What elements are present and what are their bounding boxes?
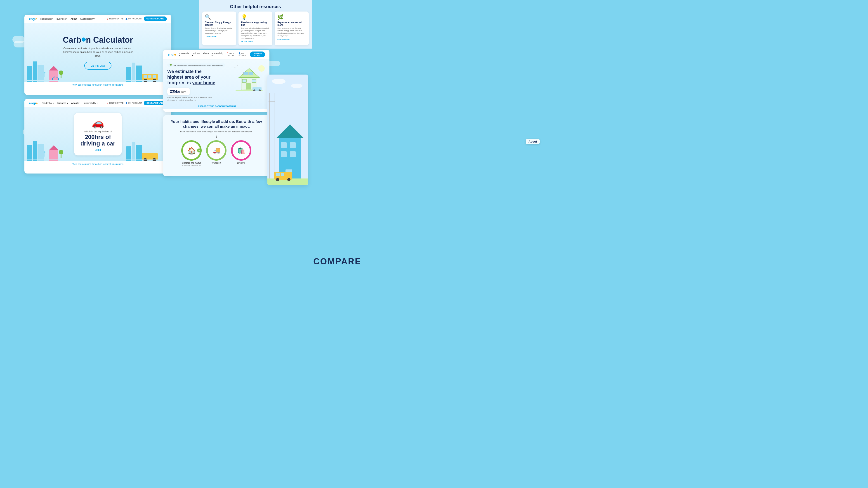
card1-nav-links: Residential ▾ Business ▾ About Sustainab… [40, 18, 103, 20]
svg-rect-69 [281, 151, 287, 157]
estimate-card: engie Residential ▾ Business ▾ About Sus… [163, 50, 270, 112]
card2-navbar: engie Residential ▾ Business ▾ About ▾ S… [24, 99, 171, 107]
resource-1-learn-more[interactable]: LEARN MORE [205, 36, 234, 38]
carbon-dot-icon [82, 37, 86, 41]
about-badge-top[interactable]: About [526, 139, 540, 144]
card2-nav-links: Residential ▾ Business ▾ About ▾ Sustain… [41, 102, 103, 104]
svg-rect-5 [49, 70, 58, 82]
compare-text: COMPARE [313, 257, 361, 266]
svg-marker-34 [49, 145, 58, 150]
card1-nav-sustainability[interactable]: Sustainability ▾ [80, 18, 95, 20]
habits-title: Your habits and lifestyle all add up. Bu… [163, 115, 270, 130]
resource-1-icon: 🔍 [205, 14, 234, 20]
card3-my-account[interactable]: 👤 MY ACCOUNT [239, 53, 248, 57]
svg-point-59 [272, 78, 285, 84]
svg-rect-17 [153, 75, 156, 78]
svg-rect-52 [249, 72, 253, 75]
transport-circle-label: Transport [212, 162, 221, 164]
scroll-down-arrow: ↓ [163, 134, 270, 138]
equivalent-value: 200hrs of [81, 134, 116, 140]
svg-rect-70 [290, 151, 296, 157]
svg-point-75 [287, 178, 290, 181]
svg-rect-10 [132, 63, 135, 82]
equivalent-value2: driving a car [81, 140, 116, 147]
stat-percent: (50%) [181, 91, 187, 93]
card2-nav-residential[interactable]: Residential ▾ [41, 102, 54, 104]
transport-circle-item[interactable]: 🚚 Transport [206, 140, 226, 166]
svg-rect-2 [37, 65, 44, 82]
card3-navbar: engie Residential ▾ Business ▾ About Sus… [163, 50, 270, 59]
estimated-carbon-bar[interactable]: 🌿 Your estimated carbon footprint is 137… [167, 64, 225, 67]
svg-rect-51 [243, 72, 248, 75]
resource-3-desc: Sign up to one of our Carbon Neutral ene… [277, 27, 306, 37]
card3-nav-business[interactable]: Business ▾ [192, 52, 200, 57]
transport-circle: 🚚 [206, 140, 226, 161]
equivalent-label: Which is the equivalent of [81, 130, 116, 133]
card2-logo: engie [29, 101, 38, 105]
svg-point-4 [44, 72, 45, 73]
right-card-illustration [268, 74, 308, 185]
svg-rect-39 [136, 145, 142, 161]
svg-rect-11 [136, 66, 142, 82]
svg-rect-33 [49, 150, 58, 161]
resources-title: Other helpful resources [199, 0, 312, 11]
home-circle: 🏠 + [181, 140, 202, 161]
car-icon: 🚗 [81, 117, 116, 129]
svg-rect-48 [246, 83, 251, 90]
card1-hero-body: Carb n Calculator Calculate an estimate … [24, 23, 171, 82]
stat-bubble: 235kg (50%) [167, 88, 190, 95]
card1-help-centre[interactable]: ❓ HELP CENTRE [106, 18, 123, 20]
resource-2-icon: 💡 [241, 14, 270, 20]
card3-nav-sustainability[interactable]: Sustainability ▾ [212, 52, 223, 57]
svg-rect-68 [290, 142, 296, 148]
card2-help-centre[interactable]: ❓ HELP CENTRE [106, 102, 123, 104]
lets-go-button[interactable]: LET'S GO! [84, 62, 112, 70]
card1-footer-link[interactable]: View sources used for carbon footprint c… [24, 82, 171, 88]
stat-kg: 235kg [170, 90, 180, 94]
resource-3-title: Explore carbon neutral plans [277, 21, 306, 26]
resource-2-title: Read our energy saving tips [241, 21, 270, 26]
resource-3-icon: 🌿 [277, 14, 306, 20]
card3-nav-about[interactable]: About [203, 52, 209, 57]
svg-rect-30 [37, 144, 44, 161]
lifestyle-circle-label: Lifestyle [237, 162, 246, 164]
card1-my-account[interactable]: 👤 MY ACCOUNT [125, 18, 142, 20]
card3-help-centre[interactable]: ❓ HELP CENTRE [227, 53, 237, 57]
svg-rect-37 [126, 147, 131, 161]
card2-hero-body: 🚗 Which is the equivalent of 200hrs of d… [24, 107, 171, 161]
resource-item-2: 💡 Read our energy saving tips Our blog i… [239, 11, 273, 45]
card1-nav-business[interactable]: Business ▾ [57, 18, 67, 20]
habits-subtitle: Learn more about each area and get tips … [163, 130, 270, 135]
svg-rect-50 [252, 79, 256, 83]
svg-rect-28 [27, 145, 32, 161]
resources-section: Other helpful resources 🔍 Discover Simpl… [199, 0, 312, 48]
card1-compare-plans-button[interactable]: COMPARE PLANS [144, 17, 167, 21]
card2-nav-sustainability[interactable]: Sustainability ▾ [83, 102, 98, 104]
card3-compare-plans-button[interactable]: COMPARE PLANS [250, 52, 265, 57]
lifestyle-circle-item[interactable]: 🛍️ Lifestyle [231, 140, 251, 166]
card3-body: 🌿 Your estimated carbon footprint is 137… [163, 59, 270, 109]
card1-nav-residential[interactable]: Residential ▾ [40, 18, 53, 20]
card2-my-account[interactable]: 👤 MY ACCOUNT [125, 102, 142, 104]
lifestyle-circle: 🛍️ [231, 140, 251, 161]
card1-nav-about[interactable]: About [70, 18, 77, 20]
explore-footprint-link[interactable]: ↓ EXPLORE YOUR CARBON FOOTPRINT [163, 105, 270, 107]
svg-rect-76 [276, 173, 280, 176]
resource-3-learn-more[interactable]: LEARN MORE [277, 38, 306, 40]
svg-rect-77 [281, 173, 284, 176]
card1-logo: engie [29, 17, 37, 21]
equivalent-card: 🚗 Which is the equivalent of 200hrs of d… [74, 113, 122, 155]
next-button[interactable]: NEXT [81, 149, 116, 151]
habits-card: Your habits and lifestyle all add up. Bu… [163, 115, 270, 176]
card3-logo: engie [168, 53, 176, 56]
card2-nav-about[interactable]: About ▾ [71, 102, 80, 104]
card2-footer-link[interactable]: View sources used for carbon footprint c… [24, 161, 171, 167]
card3-nav-residential[interactable]: Residential ▾ [179, 52, 189, 57]
habits-circles: 🏠 + Explore the home Estimated 24kg (XX%… [163, 140, 270, 168]
svg-point-36 [59, 150, 63, 154]
resource-2-learn-more[interactable]: LEARN MORE [241, 41, 270, 43]
svg-point-8 [59, 70, 63, 75]
home-circle-item[interactable]: 🏠 + Explore the home Estimated 24kg (XX%… [181, 140, 202, 166]
card2-nav-business[interactable]: Business ▾ [57, 102, 68, 104]
svg-rect-29 [33, 141, 37, 161]
